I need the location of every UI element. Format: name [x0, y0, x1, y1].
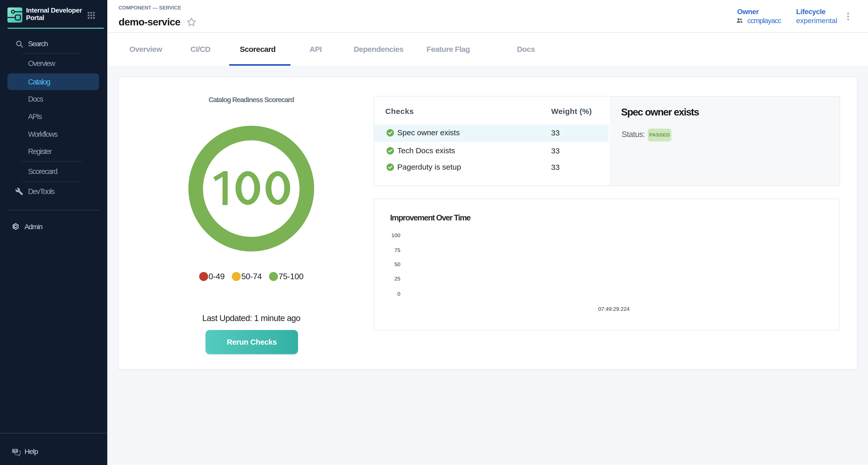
svg-text:?: ?: [14, 449, 16, 453]
